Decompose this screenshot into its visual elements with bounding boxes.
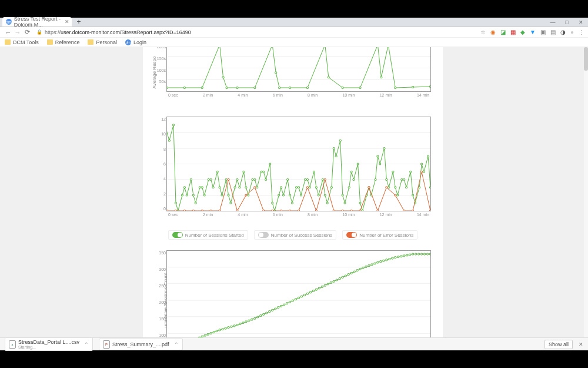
svg-point-138 bbox=[306, 187, 308, 188]
extension-icon[interactable]: ▼ bbox=[530, 29, 536, 35]
star-icon[interactable]: ☆ bbox=[480, 29, 486, 35]
chevron-up-icon[interactable]: ⌃ bbox=[172, 342, 179, 347]
svg-point-59 bbox=[248, 194, 249, 196]
svg-point-47 bbox=[212, 187, 214, 188]
extension-icon[interactable]: ▦ bbox=[510, 29, 516, 35]
svg-point-64 bbox=[263, 171, 265, 173]
svg-point-247 bbox=[426, 253, 428, 255]
svg-point-187 bbox=[251, 319, 253, 320]
folder-icon bbox=[47, 39, 53, 45]
svg-point-143 bbox=[350, 210, 352, 211]
vertical-scrollbar[interactable] bbox=[584, 47, 588, 337]
svg-point-41 bbox=[195, 202, 196, 204]
extension-icon[interactable]: ◆ bbox=[520, 29, 525, 35]
svg-point-243 bbox=[415, 253, 416, 255]
download-item[interactable]: P Stress_Summary_....pdf ⌃ bbox=[99, 339, 183, 350]
svg-point-120 bbox=[427, 155, 429, 157]
svg-point-242 bbox=[412, 253, 414, 255]
svg-point-79 bbox=[306, 178, 308, 180]
svg-point-209 bbox=[315, 289, 317, 290]
secure-lock-icon: 🔒 bbox=[36, 29, 42, 35]
chevron-up-icon[interactable]: ⌃ bbox=[82, 342, 89, 347]
svg-point-38 bbox=[186, 194, 188, 196]
svg-point-151 bbox=[420, 171, 422, 173]
extension-icon[interactable]: ▣ bbox=[540, 29, 546, 35]
svg-point-58 bbox=[245, 187, 247, 188]
show-all-downloads-button[interactable]: Show all bbox=[544, 340, 573, 349]
svg-point-230 bbox=[377, 261, 379, 263]
svg-point-133 bbox=[263, 210, 265, 211]
maximize-button[interactable]: □ bbox=[560, 18, 574, 27]
svg-point-84 bbox=[322, 178, 323, 180]
bookmark-reference[interactable]: Reference bbox=[47, 39, 80, 45]
svg-point-180 bbox=[230, 326, 232, 327]
svg-point-204 bbox=[300, 296, 302, 297]
svg-point-48 bbox=[216, 171, 218, 173]
extension-icon[interactable]: ◉ bbox=[490, 29, 496, 35]
svg-point-10 bbox=[254, 87, 256, 88]
svg-point-111 bbox=[401, 178, 403, 180]
legend-error-sessions[interactable]: Number of Error Sessions bbox=[342, 230, 417, 240]
svg-point-237 bbox=[397, 256, 399, 258]
svg-point-87 bbox=[330, 187, 332, 188]
svg-point-24 bbox=[412, 86, 414, 88]
minimize-button[interactable]: — bbox=[546, 18, 560, 27]
svg-point-233 bbox=[386, 259, 387, 261]
file-excel-icon: x bbox=[9, 340, 16, 349]
svg-point-174 bbox=[213, 331, 215, 333]
svg-point-190 bbox=[260, 315, 262, 317]
svg-point-115 bbox=[412, 194, 414, 196]
profile-icon[interactable]: ● bbox=[570, 29, 574, 35]
svg-point-208 bbox=[312, 290, 314, 292]
svg-point-176 bbox=[219, 329, 220, 331]
extension-icon[interactable]: ◪ bbox=[500, 29, 506, 35]
svg-point-127 bbox=[210, 210, 212, 211]
svg-point-122 bbox=[167, 210, 168, 211]
bookmark-dcm-tools[interactable]: DCM Tools bbox=[5, 39, 39, 45]
svg-point-114 bbox=[410, 171, 412, 173]
svg-point-51 bbox=[225, 178, 227, 180]
toggle-off-icon bbox=[258, 232, 269, 238]
svg-point-5 bbox=[201, 87, 203, 88]
svg-point-193 bbox=[269, 311, 270, 313]
bookmark-personal[interactable]: Personal bbox=[88, 39, 117, 45]
close-window-button[interactable]: ✕ bbox=[574, 18, 588, 27]
svg-point-144 bbox=[359, 210, 361, 211]
close-downloads-bar-button[interactable]: ✕ bbox=[579, 342, 583, 347]
svg-point-54 bbox=[234, 187, 236, 188]
menu-icon[interactable]: ⋮ bbox=[579, 29, 584, 35]
download-item[interactable]: x StressData_Portal L....csv Starting...… bbox=[5, 337, 93, 351]
address-bar[interactable]: 🔒 https://user.dotcom-monitor.com/Stress… bbox=[36, 29, 476, 35]
bookmark-login[interactable]: dmLogin bbox=[125, 39, 146, 45]
svg-point-71 bbox=[282, 194, 284, 196]
svg-point-173 bbox=[210, 332, 212, 334]
svg-point-199 bbox=[286, 303, 288, 304]
tab-close-icon[interactable]: ✕ bbox=[65, 19, 69, 25]
extension-icon[interactable]: ▤ bbox=[550, 29, 556, 35]
forward-button[interactable]: → bbox=[13, 29, 22, 36]
svg-point-49 bbox=[219, 187, 220, 188]
chart1-yticks: 200s150s100s50s bbox=[156, 47, 166, 91]
svg-point-183 bbox=[239, 323, 241, 325]
browser-tab[interactable]: dm Stress Test Report - Dotcom-M... ✕ bbox=[2, 17, 72, 26]
svg-point-91 bbox=[342, 194, 343, 196]
svg-point-104 bbox=[379, 163, 381, 165]
chart1-xticks: 0 sec2 min4 min6 min8 min10 min12 min14 … bbox=[167, 93, 430, 97]
svg-point-147 bbox=[386, 187, 387, 188]
reload-button[interactable]: ⟳ bbox=[22, 28, 32, 36]
legend-success-sessions[interactable]: Number of Success Sessions bbox=[254, 230, 337, 240]
svg-point-25 bbox=[429, 86, 430, 88]
svg-point-218 bbox=[342, 276, 343, 278]
svg-point-63 bbox=[260, 171, 262, 173]
svg-point-212 bbox=[324, 284, 326, 286]
svg-point-125 bbox=[192, 210, 194, 211]
new-tab-button[interactable]: + bbox=[74, 17, 83, 26]
svg-point-72 bbox=[287, 178, 289, 180]
svg-point-124 bbox=[183, 210, 185, 211]
svg-point-145 bbox=[368, 187, 370, 188]
extension-icon[interactable]: ◑ bbox=[560, 29, 566, 35]
svg-point-89 bbox=[335, 155, 337, 157]
back-button[interactable]: ← bbox=[4, 29, 13, 36]
legend-sessions-started[interactable]: Number of Sessions Started bbox=[168, 230, 248, 240]
svg-point-95 bbox=[353, 178, 355, 180]
